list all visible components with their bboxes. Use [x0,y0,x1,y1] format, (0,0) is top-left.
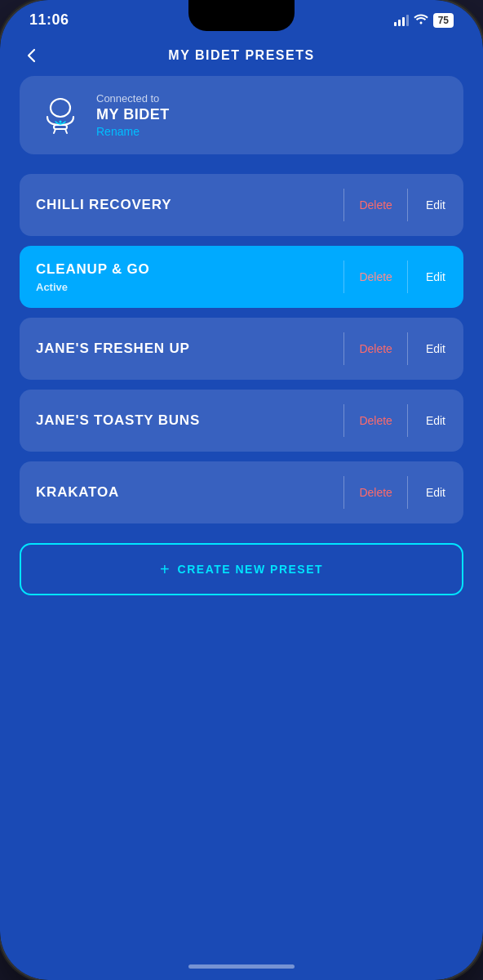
home-bar [188,964,295,969]
preset-name: JANE'S FRESHEN UP [36,341,327,357]
home-indicator [0,952,483,980]
preset-actions: Delete Edit [344,189,463,221]
preset-name: JANE'S TOASTY BUNS [36,412,327,429]
device-card: Connected to MY BIDET Rename [20,76,463,154]
preset-name: CLEANUP & GO [36,261,327,278]
back-button[interactable] [23,47,41,65]
edit-button[interactable]: Edit [408,414,463,427]
device-info: Connected to MY BIDET Rename [96,92,170,138]
plus-icon: + [160,561,170,577]
edit-button[interactable]: Edit [408,342,463,355]
preset-name: KRAKATOA [36,484,327,501]
preset-name: CHILLI RECOVERY [36,197,327,213]
preset-item-janes-toasty-buns: JANE'S TOASTY BUNS Delete Edit [20,390,463,452]
signal-icon [394,15,409,26]
status-time: 11:06 [29,11,69,29]
preset-item-chilli-recovery: CHILLI RECOVERY Delete Edit [20,174,463,236]
edit-button[interactable]: Edit [408,198,463,212]
preset-item-krakatoa: KRAKATOA Delete Edit [20,461,463,523]
main-content: Connected to MY BIDET Rename CHILLI RECO… [0,76,483,952]
presets-list: CHILLI RECOVERY Delete Edit CLEANUP & GO… [20,174,463,523]
preset-main: CHILLI RECOVERY [20,182,343,228]
preset-main: KRAKATOA [20,470,343,515]
preset-actions: Delete Edit [344,261,463,293]
create-preset-button[interactable]: + CREATE NEW PRESET [20,543,463,595]
preset-active-status: Active [36,281,327,293]
battery-icon: 75 [433,13,454,28]
status-icons: 75 [394,13,454,28]
preset-item-janes-freshen-up: JANE'S FRESHEN UP Delete Edit [20,318,463,380]
preset-item-cleanup-go: CLEANUP & GO Active Delete Edit [20,246,463,308]
connected-label: Connected to [96,92,170,105]
edit-button[interactable]: Edit [408,486,463,499]
page-header: MY BIDET PRESETS [0,35,483,76]
page-title: MY BIDET PRESETS [168,48,314,63]
preset-main: JANE'S FRESHEN UP [20,326,343,372]
screen: 11:06 75 [0,0,483,980]
preset-main: JANE'S TOASTY BUNS [20,398,343,443]
preset-actions: Delete Edit [344,476,463,509]
svg-rect-0 [51,99,70,117]
bidet-icon [39,94,82,136]
create-label: CREATE NEW PRESET [178,563,323,576]
preset-actions: Delete Edit [344,332,463,365]
device-name: MY BIDET [96,106,170,123]
delete-button[interactable]: Delete [344,198,406,212]
delete-button[interactable]: Delete [344,342,406,355]
delete-button[interactable]: Delete [344,270,406,283]
phone-shell: 11:06 75 [0,0,483,980]
delete-button[interactable]: Delete [344,414,406,427]
rename-button[interactable]: Rename [96,125,170,138]
preset-actions: Delete Edit [344,404,463,437]
edit-button[interactable]: Edit [408,270,463,283]
svg-point-2 [60,121,62,123]
preset-main: CLEANUP & GO Active [20,247,343,308]
dynamic-island [188,0,295,31]
delete-button[interactable]: Delete [344,486,406,499]
wifi-icon [414,13,428,27]
